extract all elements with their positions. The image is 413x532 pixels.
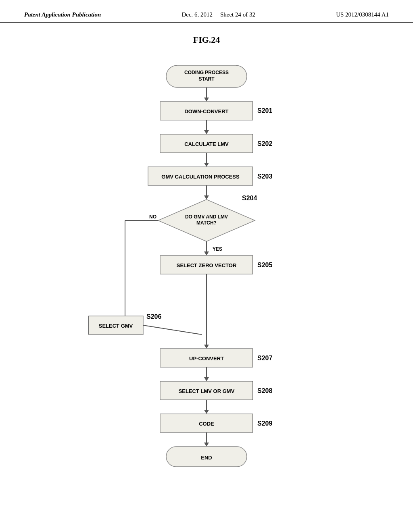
s203-label: S203 [257,173,272,180]
s207-label: S207 [257,355,272,362]
s206-label: S206 [146,313,161,320]
s208-label: S208 [257,387,272,394]
step-s205-label: SELECT ZERO VECTOR [177,262,237,268]
publication-title: Patent Application Publication [24,11,101,18]
s209-label: S209 [257,420,272,427]
patent-number: US 2012/0308144 A1 [336,11,389,18]
s202-label: S202 [257,140,272,147]
arrowhead-s209-end [204,443,209,447]
no-label: NO [149,214,156,220]
arrowhead-s207-s208 [204,377,209,381]
step-s202-label: CALCULATE LMV [184,141,229,147]
arrowhead-s201-s202 [204,130,209,134]
sheet-info: Sheet 24 of 32 [220,11,255,18]
step-s208-label: SELECT LMV OR GMV [179,388,235,394]
start-label-line2: START [198,76,215,82]
arrow-s206-merge [143,325,202,335]
flowchart-svg: CODING PROCESS START DOWN-CONVERT S201 C… [0,53,413,521]
figure-title: FIG.24 [0,35,413,45]
step-s201-label: DOWN-CONVERT [184,108,228,114]
end-label: END [201,455,212,461]
arrowhead-s203-s204 [204,195,209,200]
s201-label: S201 [257,107,272,114]
arrowhead-s208-s209 [204,410,209,414]
s205-label: S205 [257,262,272,268]
arrowhead-s204-yes [204,251,209,256]
step-s203-label: GMV CALCULATION PROCESS [161,174,240,180]
header-date-sheet: Dec. 6, 2012 Sheet 24 of 32 [181,11,255,18]
arrowhead-merge-s207 [204,345,209,349]
step-s207-label: UP-CONVERT [189,355,224,362]
arrowhead-start-s201 [204,98,209,102]
step-s204-label1: DO GMV AND LMV [185,214,228,220]
yes-label: YES [213,246,222,252]
step-s204-label2: MATCH? [196,220,217,226]
step-s206-label: SELECT GMV [99,323,133,329]
page-header: Patent Application Publication Dec. 6, 2… [0,0,413,23]
step-s209-label: CODE [199,421,214,427]
s204-label: S204 [242,195,257,202]
start-label-line1: CODING PROCESS [184,70,229,75]
arrowhead-s202-s203 [204,163,209,167]
publication-date: Dec. 6, 2012 [181,11,213,18]
